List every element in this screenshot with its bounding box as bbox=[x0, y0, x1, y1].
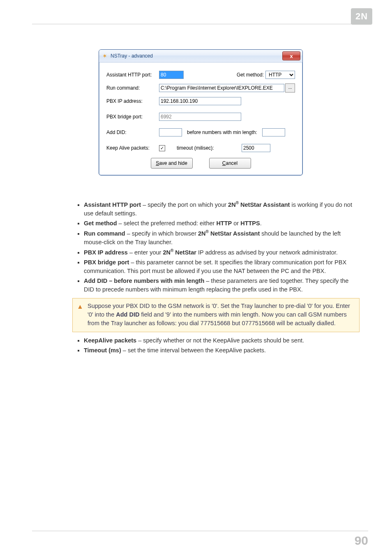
label-timeout: timeout (milisec): bbox=[177, 145, 214, 151]
app-icon: ✶ bbox=[101, 53, 108, 59]
keep-alive-checkbox[interactable]: ✓ bbox=[159, 145, 165, 151]
pbx-bridge-input bbox=[159, 113, 241, 121]
get-method-select[interactable]: HTTP bbox=[265, 71, 295, 79]
http-port-input[interactable] bbox=[159, 71, 184, 79]
doc-bullet: Add DID – before numbers with min length… bbox=[84, 277, 360, 294]
doc-text: Assistant HTTP port – specify the port o… bbox=[74, 200, 360, 355]
doc-bullet: Run command – specify in which browser 2… bbox=[84, 229, 360, 247]
pbx-ip-input[interactable] bbox=[159, 97, 241, 105]
note-text: Suppose your PBX DID to the GSM network … bbox=[88, 303, 350, 326]
label-keep-alive: Keep Alive packets: bbox=[106, 145, 159, 151]
timeout-input[interactable] bbox=[242, 144, 270, 152]
doc-bullet: Timeout (ms) – set the time interval bet… bbox=[84, 346, 360, 355]
min-length-input[interactable] bbox=[262, 128, 285, 136]
doc-bullet: Assistant HTTP port – specify the port o… bbox=[84, 200, 360, 218]
close-icon: x bbox=[290, 53, 293, 59]
doc-bullet: KeepAlive packets – specify whether or n… bbox=[84, 336, 360, 345]
note-box: ▲ Suppose your PBX DID to the GSM networ… bbox=[72, 298, 360, 332]
cancel-button[interactable]: Cancel bbox=[209, 158, 251, 169]
dialog-titlebar: ✶ NSTray - advanced x bbox=[99, 50, 302, 62]
doc-bullet: PBX IP address – enter your 2N® NetStar … bbox=[84, 248, 360, 257]
label-add-did: Add DID: bbox=[106, 130, 159, 135]
header-divider bbox=[32, 24, 368, 24]
page-number: 90 bbox=[355, 534, 368, 548]
label-before-numbers: before numbers with min length: bbox=[187, 130, 257, 135]
dialog-title: NSTray - advanced bbox=[111, 53, 153, 59]
nstray-advanced-dialog: ✶ NSTray - advanced x Assistant HTTP por… bbox=[99, 49, 303, 176]
brand-logo: 2N bbox=[351, 8, 372, 25]
add-did-input[interactable] bbox=[159, 128, 182, 136]
label-pbx-bridge: PBX bridge port: bbox=[106, 114, 159, 120]
label-get-method: Get method: bbox=[237, 72, 264, 78]
label-pbx-ip: PBX IP address: bbox=[106, 98, 159, 104]
doc-bullet: PBX bridge port – this parameter cannot … bbox=[84, 258, 360, 275]
footer-divider bbox=[32, 531, 368, 531]
run-command-input[interactable] bbox=[159, 84, 284, 92]
label-http-port: Assistant HTTP port: bbox=[106, 72, 159, 78]
browse-button[interactable]: ... bbox=[285, 83, 295, 92]
doc-bullet: Get method – select the preferred method… bbox=[84, 219, 360, 228]
warning-icon: ▲ bbox=[77, 302, 83, 311]
dialog-body: Assistant HTTP port: Get method: HTTP Ru… bbox=[99, 62, 302, 175]
label-run-command: Run command: bbox=[106, 85, 159, 91]
close-button[interactable]: x bbox=[282, 51, 300, 60]
save-and-hide-button[interactable]: Save and hide bbox=[151, 158, 193, 169]
